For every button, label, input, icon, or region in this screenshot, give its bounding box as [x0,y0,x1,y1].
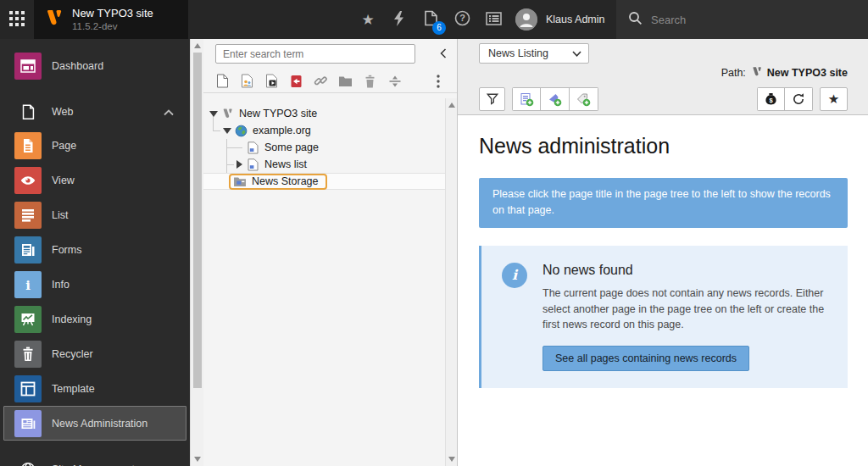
tree-toolbar [215,69,445,92]
new-separator-icon [388,75,402,88]
collapse-tree-button[interactable] [435,45,452,62]
modulemenu-toggle-button[interactable] [0,0,34,39]
add-news-icon [548,92,562,107]
reload-icon [792,92,805,106]
avatar-icon [515,8,537,31]
sidebar-item-indexing[interactable]: Indexing [3,302,186,336]
reload-button[interactable] [785,87,813,111]
tree-more-options-button[interactable] [431,74,445,88]
page-doc-icon [246,158,259,171]
help-icon: ? [454,10,470,29]
search-input[interactable] [651,14,821,26]
new-page-icon [216,74,229,88]
bookmark-star-icon: ★ [828,92,839,107]
new-shortcut-page-button[interactable] [264,74,279,88]
scroll-down-arrow[interactable] [448,457,455,462]
sidebar-item-recycler[interactable]: Recycler [3,336,186,371]
tree-node-label: News list [264,158,307,170]
topbar: New TYPO3 site 11.5.2-dev ★ 6 ? [0,0,868,39]
module-menu-scrollbar [190,39,203,466]
new-external-url-page-button[interactable] [289,74,303,88]
sidebar-item-template[interactable]: Template [3,371,186,406]
sysfolder-icon [233,176,247,187]
filter-button[interactable] [479,87,505,111]
new-separator-button[interactable] [387,74,402,88]
site-title: New TYPO3 site [72,7,153,20]
new-folder-button[interactable] [338,74,353,88]
scroll-up-arrow[interactable] [194,43,201,48]
add-news-record-icon [520,92,534,107]
tree-node-some-page[interactable]: Some page [203,139,445,156]
new-backend-user-section-page-icon [241,74,253,88]
sidebar-item-page[interactable]: Page [3,128,186,163]
tree-node-root[interactable]: New TYPO3 site [203,105,445,122]
forms-icon [14,236,42,264]
tree-node-news-list[interactable]: News list [203,156,445,173]
new-page-button[interactable] [215,74,230,88]
cache-reload-group: $ [757,87,813,111]
help-button[interactable]: ? [452,0,472,39]
sidebar-item-view[interactable]: View [3,163,186,197]
tree-node-label: New TYPO3 site [239,108,317,119]
module-menu: Dashboard Web Page View [0,39,190,466]
sidebar-item-forms[interactable]: Forms [3,232,186,267]
typo3-logo-icon [42,7,64,32]
typo3-backend: New TYPO3 site 11.5.2-dev ★ 6 ? [0,0,868,466]
new-recycler-button[interactable] [363,74,377,88]
new-shortcut-page-icon [265,74,278,88]
clear-cache-button[interactable] [389,0,409,39]
new-link-icon [314,74,328,88]
recycler-trash-icon [14,341,42,368]
sidebar-item-list[interactable]: List [3,197,186,232]
view-eye-icon [14,167,42,194]
chevron-left-icon [440,48,447,58]
sidebar-group-site-management[interactable]: Site Management [3,452,186,466]
moneybag-icon: $ [765,92,777,106]
collapsed-caret-icon[interactable] [232,160,246,169]
tree-node-example-org[interactable]: example.org [203,122,445,139]
tree-search-input[interactable] [215,44,415,64]
add-tag-button[interactable] [570,87,598,111]
module-body: News administration Please click the pag… [458,116,868,466]
callout-body: The current page does not contain any ne… [542,286,831,333]
dashboard-icon [14,53,42,80]
sidebar-item-info[interactable]: i Info [3,267,186,302]
docheader: News Listing Path: New TYPO3 site [458,39,868,115]
opened-documents-button[interactable]: 6 [420,0,441,39]
tree-node-news-storage[interactable]: News Storage [203,173,445,190]
selected-node-outline: News Storage [229,174,327,190]
expand-caret-icon[interactable] [207,111,220,117]
moneybag-button[interactable]: $ [757,87,785,111]
page-tree: New TYPO3 site example.org Some page [203,98,445,466]
topbar-search [616,0,868,39]
user-menu-button[interactable]: Klaus Admin [515,0,604,39]
sidebar-item-news-administration[interactable]: News Administration [3,406,186,441]
scroll-down-arrow[interactable] [194,457,201,462]
new-backend-user-section-page-button[interactable] [240,74,254,88]
globe-icon [234,125,248,137]
scrollbar-thumb[interactable] [193,53,202,388]
no-news-callout: i No news found The current page does no… [479,246,848,388]
info-alert: Please click the page title in the page … [479,178,848,228]
sidebar-item-dashboard[interactable]: Dashboard [3,48,186,83]
sidebar-group-web[interactable]: Web [3,94,186,129]
bookmark-button[interactable]: ★ [820,87,848,111]
brand[interactable]: New TYPO3 site 11.5.2-dev [34,0,188,39]
system-information-button[interactable] [483,0,504,39]
svg-text:i: i [25,277,31,292]
typo3-version: 11.5.2-dev [72,20,153,32]
new-link-button[interactable] [314,74,328,88]
scroll-up-arrow[interactable] [448,103,455,108]
bookmarks-star-icon: ★ [361,13,374,27]
add-news-record-button[interactable] [512,87,541,111]
plugin-select[interactable]: News Listing [479,43,589,64]
add-tag-icon [576,92,591,107]
expand-caret-icon[interactable] [220,128,234,134]
chevron-down-icon [572,47,581,59]
see-all-pages-button[interactable]: See all pages containing news records [542,346,749,371]
typo3-page-icon [750,65,763,80]
add-news-button[interactable] [541,87,570,111]
page-doc-icon [246,141,259,154]
function-bar: $ ★ [479,87,848,111]
bookmarks-button[interactable]: ★ [358,0,378,39]
